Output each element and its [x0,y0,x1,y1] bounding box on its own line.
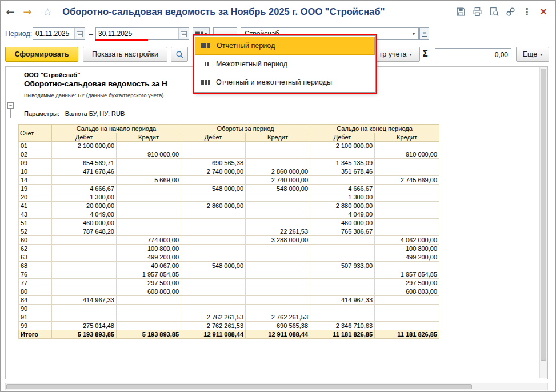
amount-cell[interactable]: 1 957 854,85 [375,270,439,279]
amount-cell[interactable]: 2 740 000,00 [246,176,310,185]
amount-cell[interactable]: 100 800,00 [375,245,439,253]
account-cell[interactable]: 76 [19,270,52,279]
amount-cell[interactable]: 5 193 893,85 [52,330,117,339]
account-cell[interactable]: 51 [19,219,52,227]
amount-cell[interactable] [117,185,181,193]
amount-cell[interactable]: 4 049,00 [52,210,117,219]
table-row[interactable]: 4120 000,002 860 000,002 880 000,00 [19,202,439,210]
amount-cell[interactable] [246,245,310,253]
account-cell[interactable]: 41 [19,202,52,210]
amount-cell[interactable]: 2 100 000,00 [310,142,375,150]
amount-cell[interactable]: 12 911 088,44 [246,330,310,339]
period-menu-item[interactable]: Межотчетный период [195,55,375,73]
account-cell[interactable]: 62 [19,245,52,253]
amount-cell[interactable] [117,305,181,313]
amount-cell[interactable]: 297 500,00 [117,279,181,287]
amount-cell[interactable]: 4 049,00 [310,210,375,219]
table-total-row[interactable]: Итого5 193 893,855 193 893,8512 911 088,… [19,330,439,339]
amount-cell[interactable]: 471 678,46 [52,167,117,176]
amount-cell[interactable] [375,185,439,193]
amount-cell[interactable]: 608 803,00 [117,287,181,296]
collapse-group-button[interactable]: − [7,102,14,109]
close-icon[interactable]: × [537,6,550,18]
table-row[interactable]: 761 957 854,851 957 854,85 [19,270,439,279]
amount-cell[interactable]: 910 000,00 [117,150,181,159]
amount-cell[interactable]: 4 666,67 [310,185,375,193]
amount-cell[interactable]: 460 000,00 [52,219,117,227]
account-cell[interactable]: 84 [19,296,52,305]
amount-cell[interactable]: 5 193 893,85 [117,330,181,339]
amount-cell[interactable]: 2 860 000,00 [246,167,310,176]
date-from-input[interactable] [33,28,74,39]
account-cell[interactable]: 52 [19,227,52,236]
amount-cell[interactable] [246,202,310,210]
table-row[interactable]: 84414 967,33414 967,33 [19,296,439,305]
amount-cell[interactable] [181,279,246,287]
account-cell[interactable]: 09 [19,159,52,167]
amount-cell[interactable] [181,287,246,296]
table-row[interactable]: 194 666,67548 000,00548 000,004 666,67 [19,185,439,193]
print-preview-icon[interactable] [487,6,500,18]
calendar-icon[interactable] [74,28,85,39]
amount-cell[interactable] [117,227,181,236]
amount-cell[interactable] [246,305,310,313]
amount-cell[interactable] [375,322,439,330]
amount-cell[interactable]: 690 565,38 [246,322,310,330]
amount-cell[interactable]: 787 648,20 [52,227,117,236]
amount-cell[interactable]: 275 014,48 [52,322,117,330]
amount-cell[interactable] [310,245,375,253]
account-cell[interactable]: 14 [19,176,52,185]
favorite-star-icon[interactable]: ☆ [43,6,52,18]
amount-cell[interactable]: 414 967,33 [310,296,375,305]
amount-cell[interactable] [181,253,246,262]
amount-cell[interactable] [181,245,246,253]
table-row[interactable]: 99275 014,482 762 261,53690 565,382 346 … [19,322,439,330]
amount-cell[interactable]: 910 000,00 [375,150,439,159]
horizontal-scrollbar-thumb[interactable] [6,384,472,389]
amount-cell[interactable] [246,287,310,296]
table-row[interactable]: 434 049,004 049,00 [19,210,439,219]
amount-cell[interactable] [117,202,181,210]
amount-cell[interactable] [52,262,117,270]
amount-cell[interactable] [181,210,246,219]
account-cell[interactable]: 63 [19,253,52,262]
amount-cell[interactable]: 40 067,00 [117,262,181,270]
amount-cell[interactable] [310,279,375,287]
amount-cell[interactable] [246,150,310,159]
amount-cell[interactable] [246,219,310,227]
account-cell[interactable]: 01 [19,142,52,150]
amount-cell[interactable] [375,167,439,176]
amount-cell[interactable] [117,210,181,219]
show-settings-button[interactable]: Показать настройки [83,47,167,62]
amount-cell[interactable] [52,253,117,262]
account-cell[interactable]: 19 [19,185,52,193]
amount-cell[interactable]: 765 386,67 [310,227,375,236]
date-to-input[interactable] [96,28,178,39]
amount-cell[interactable] [52,279,117,287]
amount-cell[interactable] [181,270,246,279]
table-row[interactable]: 145 669,002 740 000,002 745 669,00 [19,176,439,185]
amount-cell[interactable] [375,142,439,150]
amount-cell[interactable]: 690 565,38 [181,159,246,167]
amount-cell[interactable]: 2 762 261,53 [181,313,246,322]
account-cell[interactable]: Итого [19,330,52,339]
amount-cell[interactable] [117,159,181,167]
amount-cell[interactable]: 548 000,00 [246,185,310,193]
table-row[interactable]: 51460 000,00460 000,00 [19,219,439,227]
amount-cell[interactable] [246,279,310,287]
account-cell[interactable]: 20 [19,193,52,202]
amount-cell[interactable]: 460 000,00 [310,219,375,227]
account-cell[interactable]: 02 [19,150,52,159]
amount-cell[interactable]: 11 181 826,85 [375,330,439,339]
amount-cell[interactable]: 499 200,00 [375,253,439,262]
account-cell[interactable]: 77 [19,279,52,287]
amount-cell[interactable] [181,176,246,185]
account-cell[interactable]: 80 [19,287,52,296]
amount-cell[interactable]: 2 860 000,00 [181,202,246,210]
amount-cell[interactable]: 2 745 669,00 [375,176,439,185]
vertical-scrollbar-thumb[interactable] [541,69,546,361]
amount-cell[interactable]: 100 800,00 [117,245,181,253]
amount-cell[interactable] [52,305,117,313]
amount-cell[interactable] [117,296,181,305]
more-button[interactable]: Еще▾ [516,47,549,62]
